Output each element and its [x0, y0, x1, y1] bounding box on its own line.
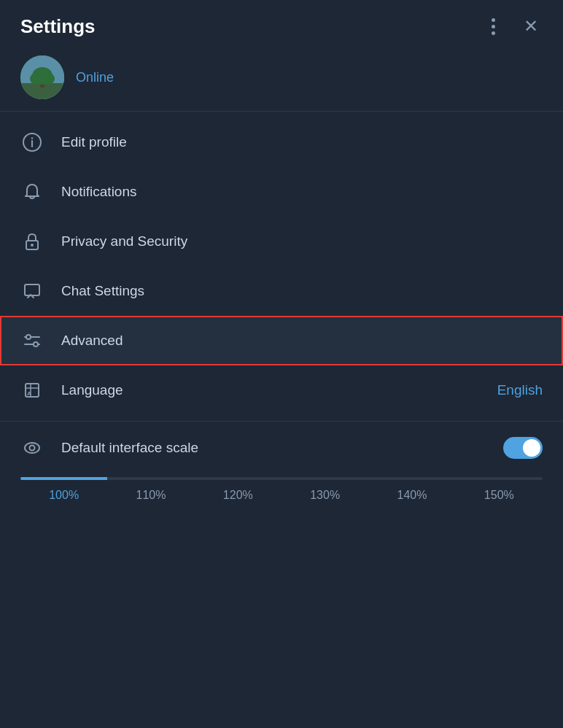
sidebar-item-label: Notifications — [61, 184, 543, 200]
close-icon: ✕ — [524, 18, 538, 35]
scale-option-150[interactable]: 150% — [456, 489, 543, 502]
svg-text:A: A — [27, 390, 31, 397]
scale-label: Default interface scale — [61, 440, 198, 456]
header-actions: ✕ — [481, 15, 543, 38]
scale-track[interactable] — [20, 477, 543, 480]
svg-point-5 — [42, 73, 55, 85]
settings-header: Settings ✕ — [0, 0, 563, 50]
info-icon — [20, 131, 44, 154]
more-options-button[interactable] — [481, 15, 505, 38]
sidebar-item-edit-profile[interactable]: Edit profile — [0, 117, 563, 167]
scale-header: Default interface scale — [20, 436, 543, 460]
eye-icon — [20, 436, 44, 460]
scale-option-130[interactable]: 130% — [282, 489, 368, 502]
sidebar-item-notifications[interactable]: Notifications — [0, 167, 563, 217]
chat-icon — [20, 279, 44, 303]
sidebar-item-chat-settings[interactable]: Chat Settings — [0, 266, 563, 316]
user-status: Online — [76, 70, 114, 85]
lock-icon — [20, 230, 44, 253]
bell-icon — [20, 180, 44, 204]
scale-labels: 100% 110% 120% 130% 140% 150% — [20, 489, 543, 502]
sliders-icon — [20, 329, 44, 352]
sidebar-item-language[interactable]: A Language English — [0, 365, 563, 415]
language-value: English — [497, 382, 543, 398]
svg-point-20 — [30, 446, 35, 451]
avatar — [20, 55, 64, 99]
settings-window: Settings ✕ — [0, 0, 563, 728]
more-vertical-icon — [492, 18, 495, 35]
svg-point-13 — [26, 335, 31, 339]
sidebar-item-label: Language — [61, 382, 480, 398]
language-icon: A — [20, 379, 44, 402]
scale-section: Default interface scale 100% 110% 120% 1… — [0, 422, 563, 516]
menu-list: Edit profile Notifications Privacy an — [0, 112, 563, 421]
close-button[interactable]: ✕ — [519, 15, 543, 38]
sidebar-item-label: Privacy and Security — [61, 233, 543, 249]
sidebar-item-label: Chat Settings — [61, 283, 543, 299]
sidebar-item-label: Edit profile — [61, 134, 543, 150]
svg-point-19 — [25, 443, 39, 453]
sidebar-item-label: Advanced — [61, 333, 543, 349]
svg-point-10 — [31, 244, 34, 247]
scale-toggle[interactable] — [503, 437, 543, 459]
user-strip: Online — [0, 50, 563, 111]
toggle-knob — [523, 439, 540, 457]
svg-point-15 — [34, 342, 38, 346]
scale-option-140[interactable]: 140% — [368, 489, 455, 502]
scale-header-left: Default interface scale — [20, 436, 198, 460]
page-title: Settings — [20, 15, 96, 38]
scale-fill — [20, 477, 107, 480]
sidebar-item-advanced[interactable]: Advanced — [0, 316, 563, 365]
scale-option-120[interactable]: 120% — [195, 489, 282, 502]
scale-option-110[interactable]: 110% — [107, 489, 194, 502]
svg-point-4 — [30, 73, 43, 85]
svg-point-8 — [31, 137, 33, 139]
scale-option-100[interactable]: 100% — [20, 489, 107, 502]
sidebar-item-privacy-security[interactable]: Privacy and Security — [0, 217, 563, 266]
svg-rect-11 — [25, 284, 39, 295]
avatar-image — [20, 55, 64, 99]
